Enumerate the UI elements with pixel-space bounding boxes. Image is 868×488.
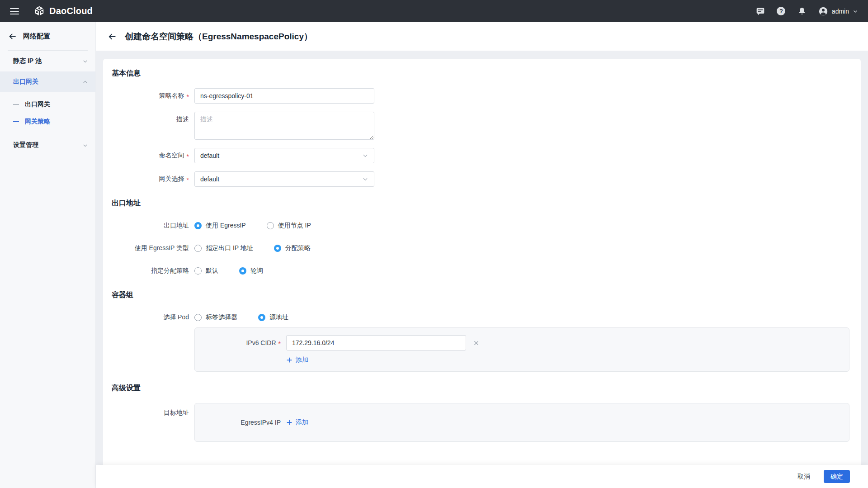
sidebar-subitem-gateway-policy[interactable]: 网关策略 xyxy=(0,113,95,130)
radio-default[interactable]: 默认 xyxy=(194,267,218,275)
section-egress-address: 出口地址 xyxy=(112,199,861,208)
user-menu[interactable]: admin xyxy=(818,6,858,16)
radio-unselected-icon xyxy=(194,267,202,275)
sidebar-item-static-ip-pool[interactable]: 静态 IP 池 xyxy=(0,51,95,71)
radio-selected-icon xyxy=(258,314,265,321)
sidebar-item-egress-gateway[interactable]: 出口网关 xyxy=(0,71,95,92)
dest-address-row: 目标地址 EgressIPv4 IP 添加 xyxy=(103,403,861,442)
required-asterisk: * xyxy=(278,340,281,347)
label-text: 策略名称 xyxy=(159,92,184,100)
cancel-button[interactable]: 取消 xyxy=(797,473,810,481)
radio-label: 使用节点 IP xyxy=(278,222,311,230)
radio-label: 使用 EgressIP xyxy=(206,222,246,230)
chevron-down-icon xyxy=(362,152,368,159)
chevron-down-icon xyxy=(853,9,858,14)
sidebar-header: 网络配置 xyxy=(0,22,95,50)
hamburger-menu-icon[interactable] xyxy=(10,8,19,14)
radio-round-robin[interactable]: 轮询 xyxy=(239,267,263,275)
description-input[interactable] xyxy=(194,112,374,140)
dash-icon xyxy=(13,121,19,122)
gateway-select[interactable]: default xyxy=(194,171,374,187)
ipv6-cidr-input[interactable] xyxy=(286,335,466,351)
brand-name: DaoCloud xyxy=(49,6,93,16)
chevron-up-icon xyxy=(82,79,88,85)
source-address-panel: IPv6 CIDR* 添加 xyxy=(194,327,849,372)
topbar-actions: ? admin xyxy=(756,6,858,16)
sidebar-subitem-label: 网关策略 xyxy=(25,118,50,126)
submenu: 出口网关 网关策略 xyxy=(0,92,95,135)
gateway-label: 网关选择* xyxy=(103,171,194,187)
plus-icon xyxy=(286,419,292,426)
sidebar-item-settings[interactable]: 设置管理 xyxy=(0,135,95,156)
label-text: 指定分配策略 xyxy=(151,267,189,275)
footer-action-bar: 取消 确定 xyxy=(96,465,868,488)
chevron-down-icon xyxy=(82,58,88,64)
radio-label: 默认 xyxy=(206,267,218,275)
add-label: 添加 xyxy=(296,418,308,426)
sidebar-item-label: 出口网关 xyxy=(13,78,38,86)
label-text: 描述 xyxy=(176,115,189,123)
policy-name-row: 策略名称* xyxy=(103,88,861,104)
egressip-type-row: 使用 EgressIP 类型 指定出口 IP 地址 分配策略 xyxy=(103,241,861,256)
radio-unselected-icon xyxy=(194,245,202,252)
add-label: 添加 xyxy=(296,356,308,364)
notification-bell-icon[interactable] xyxy=(797,7,807,16)
confirm-button[interactable]: 确定 xyxy=(824,470,850,483)
radio-label-selector[interactable]: 标签选择器 xyxy=(194,313,237,322)
username: admin xyxy=(832,8,849,15)
radio-label: 分配策略 xyxy=(285,244,311,252)
remove-cidr-icon[interactable] xyxy=(473,340,479,346)
namespace-select[interactable]: default xyxy=(194,148,374,163)
brand-logo[interactable]: DaoCloud xyxy=(33,5,93,17)
radio-specify-egress-ip[interactable]: 指定出口 IP 地址 xyxy=(194,244,253,252)
namespace-row: 命名空间* default xyxy=(103,148,861,163)
policy-name-input[interactable] xyxy=(194,88,374,104)
label-text: 目标地址 xyxy=(164,409,189,417)
back-arrow-icon[interactable] xyxy=(8,32,17,41)
allocation-policy-row: 指定分配策略 默认 轮询 xyxy=(103,263,861,279)
radio-unselected-icon xyxy=(194,314,202,321)
sidebar-title: 网络配置 xyxy=(23,32,50,41)
radio-use-node-ip[interactable]: 使用节点 IP xyxy=(267,222,311,230)
label-text: IPv6 CIDR xyxy=(246,339,276,346)
radio-use-egressip[interactable]: 使用 EgressIP xyxy=(194,222,246,230)
sidebar-subitem-egress-gateway[interactable]: 出口网关 xyxy=(0,96,95,113)
dash-icon xyxy=(13,104,19,105)
radio-source-address[interactable]: 源地址 xyxy=(258,313,288,322)
select-value: default xyxy=(200,152,219,159)
add-cidr-button[interactable]: 添加 xyxy=(286,356,308,364)
form-card: 基本信息 策略名称* 描述 命名空间* xyxy=(103,59,861,465)
chevron-down-icon xyxy=(82,142,88,148)
help-icon[interactable]: ? xyxy=(777,7,786,16)
policy-name-label: 策略名称* xyxy=(103,88,194,104)
back-arrow-icon[interactable] xyxy=(108,32,117,41)
sidebar-subitem-label: 出口网关 xyxy=(25,100,50,109)
message-icon[interactable] xyxy=(756,7,765,16)
egress-address-row: 出口地址 使用 EgressIP 使用节点 IP xyxy=(103,218,861,233)
label-text: 命名空间 xyxy=(159,152,184,160)
source-address-panel-row: IPv6 CIDR* 添加 xyxy=(103,327,861,372)
gateway-row: 网关选择* default xyxy=(103,171,861,187)
required-asterisk: * xyxy=(187,153,189,160)
radio-selected-icon xyxy=(274,245,281,252)
top-bar: DaoCloud ? admin xyxy=(0,0,868,22)
radio-allocation-policy[interactable]: 分配策略 xyxy=(274,244,311,252)
content-area: 基本信息 策略名称* 描述 命名空间* xyxy=(96,51,868,465)
sidebar-item-label: 静态 IP 池 xyxy=(13,57,42,65)
dest-address-label: 目标地址 xyxy=(103,409,194,417)
spacer xyxy=(103,327,194,372)
select-pod-row: 选择 Pod 标签选择器 源地址 xyxy=(103,310,861,325)
label-text: 网关选择 xyxy=(159,175,184,183)
allocation-policy-label: 指定分配策略 xyxy=(103,267,194,275)
section-advanced: 高级设置 xyxy=(112,384,861,393)
egressip-type-label: 使用 EgressIP 类型 xyxy=(103,244,194,252)
ipv6-cidr-label: IPv6 CIDR* xyxy=(195,339,286,347)
radio-label: 源地址 xyxy=(269,313,288,322)
page-title: 创建命名空间策略（EgressNamespacePolicy） xyxy=(125,31,312,43)
egress-ipv4-label: EgressIPv4 IP xyxy=(195,419,286,426)
radio-selected-icon xyxy=(194,222,202,229)
select-pod-label: 选择 Pod xyxy=(103,313,194,322)
main-area: 创建命名空间策略（EgressNamespacePolicy） 基本信息 策略名… xyxy=(96,22,868,488)
add-egress-ipv4-button[interactable]: 添加 xyxy=(286,418,308,426)
select-value: default xyxy=(200,175,219,183)
